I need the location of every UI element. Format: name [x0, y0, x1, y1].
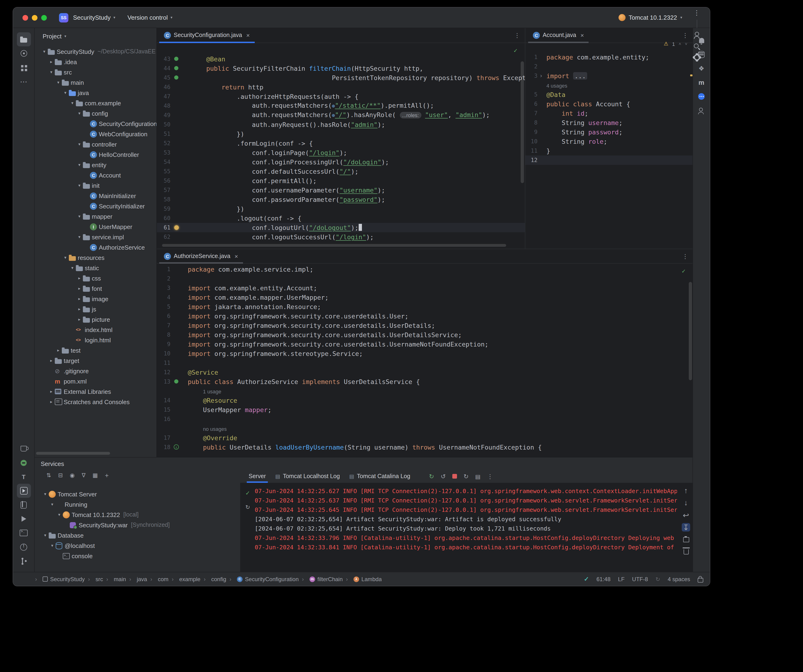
tree-chevron-icon[interactable] [48, 70, 55, 75]
code-line[interactable]: 12 [525, 155, 693, 165]
code-line[interactable]: 46 return http [156, 82, 525, 92]
tree-chevron-icon[interactable] [76, 286, 83, 291]
code-line[interactable]: 9 import org.springframework.security.co… [156, 340, 693, 349]
tree-chevron-icon[interactable] [69, 265, 76, 270]
service-tree-row[interactable]: @localhost [34, 540, 240, 551]
code-line[interactable]: 2 [525, 62, 693, 71]
tree-row[interactable]: main [34, 77, 156, 88]
tree-row[interactable]: Scratches and Consoles [34, 397, 156, 407]
tree-row[interactable]: com.example [34, 98, 156, 108]
service-tree-row[interactable]: Tomcat 10.1.2322 [local] [34, 509, 240, 520]
code-line[interactable]: 53 conf.loginPage("/login"); [156, 148, 525, 157]
ai-chat-tool-icon[interactable] [694, 89, 709, 104]
terminal-tool-icon[interactable] [16, 526, 31, 540]
project-hscrollbar[interactable] [36, 452, 110, 455]
code-line[interactable]: 6 import org.springframework.security.co… [156, 311, 693, 321]
code-with-me-icon[interactable] [691, 29, 702, 41]
services-tool-icon[interactable] [16, 484, 31, 498]
code-line[interactable]: 55 conf.defaultSuccessUrl("/"); [156, 167, 525, 176]
tree-row[interactable]: config [34, 108, 156, 119]
tree-row[interactable]: AuthorizeService [34, 242, 156, 252]
tree-row[interactable]: picture [34, 314, 156, 325]
structure-tool-icon[interactable] [16, 60, 31, 75]
tree-chevron-icon[interactable] [69, 101, 76, 105]
breadcrumb-item[interactable]: src [85, 576, 103, 583]
tree-row[interactable]: java [34, 88, 156, 98]
tree-row[interactable]: pom.xml [34, 376, 156, 386]
tree-row[interactable]: SecurityConfiguration [34, 119, 156, 129]
tree-chevron-icon[interactable] [76, 111, 83, 116]
code-line[interactable]: 59 }) [156, 204, 525, 213]
code-line[interactable]: 48 auth.requestMatchers(⊕"/static/**").p… [156, 101, 525, 111]
tree-row[interactable]: .gitignore [34, 366, 156, 376]
view-options-icon[interactable] [70, 472, 75, 478]
tree-chevron-icon[interactable] [76, 317, 83, 322]
service-tree-row[interactable]: Database [34, 530, 240, 540]
clear-console-icon[interactable] [682, 547, 690, 556]
problems-tool-icon[interactable] [16, 540, 31, 554]
commit-tool-icon[interactable] [16, 46, 31, 60]
code-line[interactable]: 54 conf.loginProcessingUrl("/doLogin"); [156, 157, 525, 167]
deploy-success-icon[interactable] [245, 488, 250, 497]
tree-row[interactable]: resources [34, 252, 156, 263]
tree-row[interactable]: WebConfiguration [34, 129, 156, 139]
code-line[interactable]: 4 import com.example.mapper.UserMapper; [156, 293, 693, 302]
code-line[interactable]: 56 conf.permitAll(); [156, 176, 525, 185]
encoding-widget[interactable]: UTF-8 [632, 576, 648, 583]
endpoints-tool-icon[interactable] [16, 442, 31, 456]
tree-chevron-icon[interactable] [62, 255, 69, 260]
tree-row[interactable]: controller [34, 139, 156, 150]
project-menu-button[interactable]: SecurityStudy ▾ [73, 14, 115, 21]
code-line[interactable]: 47 .authorizeHttpRequests(auth -> { [156, 92, 525, 101]
tree-row[interactable]: image [34, 294, 156, 304]
code-line[interactable]: 2 [156, 274, 693, 283]
code-line[interactable]: 52 .formLogin(conf -> { [156, 138, 525, 148]
tree-row[interactable]: login.html [34, 335, 156, 345]
tree-chevron-icon[interactable] [62, 90, 69, 95]
tree-row[interactable]: MainInitializer [34, 190, 156, 201]
rerun-small-icon[interactable] [245, 503, 250, 511]
tab-options-icon[interactable]: ⋮ [514, 32, 520, 39]
code-line[interactable]: 61 conf.logoutUrl("/doLogout"); [156, 223, 525, 232]
tree-chevron-icon[interactable] [41, 49, 48, 54]
tab-security-configuration[interactable]: SecurityConfiguration.java × [159, 28, 255, 42]
breadcrumb-item[interactable]: com [147, 576, 168, 583]
warning-stripe-mark[interactable] [690, 75, 692, 76]
spring-tool-icon[interactable] [16, 456, 31, 470]
code-line[interactable]: 4 usages [525, 81, 693, 90]
run-configuration-selector[interactable]: Tomcat 10.1.2322 ▾ [618, 14, 682, 21]
editor1-vscrollbar[interactable] [521, 61, 524, 183]
code-line[interactable]: 18 public UserDetails loadUserByUsername… [156, 443, 693, 452]
tree-chevron-icon[interactable] [76, 214, 83, 219]
tree-row[interactable]: HelloController [34, 150, 156, 160]
collapse-all-icon[interactable] [58, 472, 63, 478]
tree-chevron-icon[interactable] [48, 399, 55, 404]
tree-chevron-icon[interactable] [49, 543, 56, 548]
tree-chevron-icon[interactable] [76, 142, 83, 146]
tree-chevron-icon[interactable] [76, 183, 83, 188]
code-line[interactable]: 9 String password; [525, 127, 693, 137]
tab-options-icon[interactable]: ⋮ [682, 253, 688, 260]
tree-chevron-icon[interactable] [76, 163, 83, 167]
code-line[interactable]: 8 String username; [525, 118, 693, 127]
git-tool-icon[interactable] [16, 554, 31, 568]
tree-chevron-icon[interactable] [48, 59, 55, 64]
editor3-code[interactable]: ✓ 1 package com.example.service.impl; 2 [156, 264, 693, 452]
services-tab[interactable]: Tomcat Localhost Log [271, 470, 345, 483]
inspection-ok-icon[interactable]: ✓ [514, 47, 517, 54]
tree-row[interactable]: font [34, 283, 156, 294]
code-line[interactable]: 50 auth.anyRequest().hasRole("admin"); [156, 120, 525, 129]
code-line[interactable]: 7 int id; [525, 109, 693, 118]
services-tab[interactable]: Server [244, 470, 271, 483]
breadcrumb-item[interactable]: filterChain [299, 576, 343, 583]
editor3-vscrollbar[interactable] [689, 282, 692, 380]
tree-chevron-icon[interactable] [48, 358, 55, 363]
code-line[interactable]: 14 @Resource [156, 396, 693, 405]
tree-row[interactable]: External Libraries [34, 386, 156, 397]
code-line[interactable]: 16 [156, 415, 693, 424]
service-tree-row[interactable]: Running [34, 499, 240, 509]
close-window-button[interactable] [23, 15, 28, 20]
code-line[interactable]: 12 @Service [156, 368, 693, 377]
tree-row[interactable]: service.impl [34, 232, 156, 242]
tomcat-tool-icon[interactable] [16, 470, 31, 484]
